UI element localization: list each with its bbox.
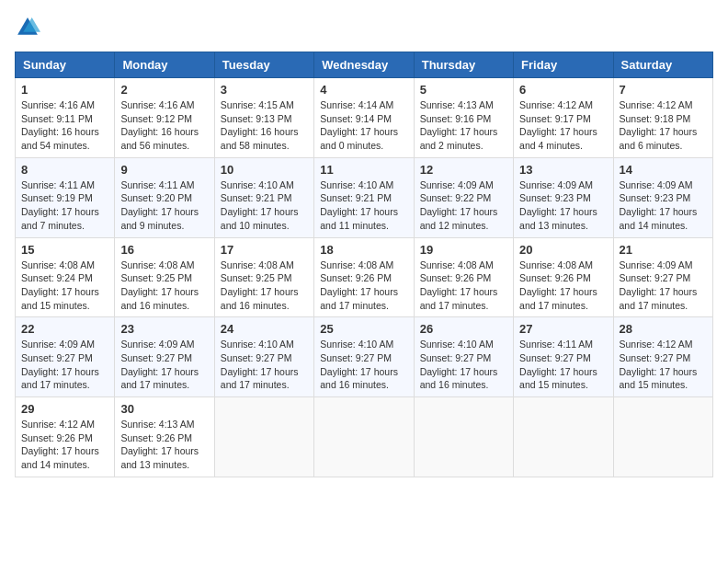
- calendar-day-cell: 1Sunrise: 4:16 AMSunset: 9:11 PMDaylight…: [16, 78, 115, 158]
- calendar-day-cell: 16Sunrise: 4:08 AMSunset: 9:25 PMDayligh…: [115, 237, 214, 317]
- cell-info: Sunrise: 4:08 AMSunset: 9:26 PMDaylight:…: [320, 259, 398, 311]
- day-number: 14: [620, 163, 707, 177]
- cell-info: Sunrise: 4:10 AMSunset: 9:27 PMDaylight:…: [221, 339, 299, 390]
- day-number: 17: [221, 243, 308, 257]
- calendar-day-cell: 24Sunrise: 4:10 AMSunset: 9:27 PMDayligh…: [214, 317, 313, 397]
- cell-info: Sunrise: 4:10 AMSunset: 9:21 PMDaylight:…: [320, 179, 398, 231]
- calendar-week-row: 8Sunrise: 4:11 AMSunset: 9:19 PMDaylight…: [16, 157, 713, 237]
- calendar-day-cell: 29Sunrise: 4:12 AMSunset: 9:26 PMDayligh…: [16, 397, 115, 477]
- column-header-friday: Friday: [514, 52, 613, 78]
- calendar-day-cell: 17Sunrise: 4:08 AMSunset: 9:25 PMDayligh…: [214, 237, 313, 317]
- day-number: 11: [320, 163, 407, 177]
- day-number: 20: [519, 243, 607, 257]
- day-number: 8: [21, 163, 108, 177]
- column-header-tuesday: Tuesday: [214, 52, 313, 78]
- calendar-day-cell: 4Sunrise: 4:14 AMSunset: 9:14 PMDaylight…: [314, 78, 414, 158]
- cell-info: Sunrise: 4:08 AMSunset: 9:26 PMDaylight:…: [519, 259, 597, 311]
- day-number: 5: [420, 83, 507, 97]
- day-number: 22: [21, 322, 108, 336]
- day-number: 24: [221, 322, 308, 336]
- day-number: 18: [320, 243, 407, 257]
- cell-info: Sunrise: 4:10 AMSunset: 9:21 PMDaylight:…: [221, 179, 299, 231]
- day-number: 9: [120, 163, 208, 177]
- day-number: 30: [120, 402, 208, 416]
- calendar-day-cell: 9Sunrise: 4:11 AMSunset: 9:20 PMDaylight…: [115, 157, 214, 237]
- column-header-sunday: Sunday: [16, 52, 115, 78]
- calendar-day-cell: 22Sunrise: 4:09 AMSunset: 9:27 PMDayligh…: [16, 317, 115, 397]
- calendar-day-cell: 14Sunrise: 4:09 AMSunset: 9:23 PMDayligh…: [613, 157, 712, 237]
- cell-info: Sunrise: 4:13 AMSunset: 9:26 PMDaylight:…: [120, 419, 199, 470]
- cell-info: Sunrise: 4:09 AMSunset: 9:22 PMDaylight:…: [420, 179, 498, 231]
- cell-info: Sunrise: 4:09 AMSunset: 9:23 PMDaylight:…: [519, 179, 597, 231]
- day-number: 15: [21, 243, 108, 257]
- empty-calendar-cell: [414, 397, 513, 477]
- cell-info: Sunrise: 4:11 AMSunset: 9:19 PMDaylight:…: [21, 179, 99, 231]
- cell-info: Sunrise: 4:09 AMSunset: 9:27 PMDaylight:…: [120, 339, 199, 390]
- calendar-day-cell: 7Sunrise: 4:12 AMSunset: 9:18 PMDaylight…: [613, 78, 712, 158]
- calendar-day-cell: 20Sunrise: 4:08 AMSunset: 9:26 PMDayligh…: [514, 237, 613, 317]
- column-header-thursday: Thursday: [414, 52, 513, 78]
- cell-info: Sunrise: 4:16 AMSunset: 9:11 PMDaylight:…: [21, 99, 99, 151]
- day-number: 10: [221, 163, 308, 177]
- calendar-day-cell: 11Sunrise: 4:10 AMSunset: 9:21 PMDayligh…: [314, 157, 414, 237]
- day-number: 2: [120, 83, 208, 97]
- cell-info: Sunrise: 4:10 AMSunset: 9:27 PMDaylight:…: [420, 339, 498, 390]
- calendar-header-row: SundayMondayTuesdayWednesdayThursdayFrid…: [16, 52, 713, 78]
- cell-info: Sunrise: 4:08 AMSunset: 9:25 PMDaylight:…: [221, 259, 299, 311]
- cell-info: Sunrise: 4:08 AMSunset: 9:26 PMDaylight:…: [420, 259, 498, 311]
- calendar-day-cell: 6Sunrise: 4:12 AMSunset: 9:17 PMDaylight…: [514, 78, 613, 158]
- cell-info: Sunrise: 4:12 AMSunset: 9:18 PMDaylight:…: [620, 99, 698, 151]
- day-number: 29: [21, 402, 108, 416]
- cell-info: Sunrise: 4:11 AMSunset: 9:20 PMDaylight:…: [120, 179, 199, 231]
- day-number: 4: [320, 83, 407, 97]
- day-number: 16: [120, 243, 208, 257]
- calendar-day-cell: 18Sunrise: 4:08 AMSunset: 9:26 PMDayligh…: [314, 237, 414, 317]
- cell-info: Sunrise: 4:09 AMSunset: 9:27 PMDaylight:…: [21, 339, 99, 390]
- calendar-day-cell: 21Sunrise: 4:09 AMSunset: 9:27 PMDayligh…: [613, 237, 712, 317]
- day-number: 21: [620, 243, 707, 257]
- cell-info: Sunrise: 4:15 AMSunset: 9:13 PMDaylight:…: [221, 99, 299, 151]
- cell-info: Sunrise: 4:11 AMSunset: 9:27 PMDaylight:…: [519, 339, 597, 390]
- calendar-day-cell: 30Sunrise: 4:13 AMSunset: 9:26 PMDayligh…: [115, 397, 214, 477]
- day-number: 27: [519, 322, 607, 336]
- empty-calendar-cell: [314, 397, 414, 477]
- day-number: 1: [21, 83, 108, 97]
- calendar-week-row: 1Sunrise: 4:16 AMSunset: 9:11 PMDaylight…: [16, 78, 713, 158]
- page-header: [15, 15, 713, 40]
- cell-info: Sunrise: 4:10 AMSunset: 9:27 PMDaylight:…: [320, 339, 398, 390]
- cell-info: Sunrise: 4:12 AMSunset: 9:17 PMDaylight:…: [519, 99, 597, 151]
- calendar-day-cell: 2Sunrise: 4:16 AMSunset: 9:12 PMDaylight…: [115, 78, 214, 158]
- calendar-week-row: 22Sunrise: 4:09 AMSunset: 9:27 PMDayligh…: [16, 317, 713, 397]
- day-number: 7: [620, 83, 707, 97]
- calendar-day-cell: 8Sunrise: 4:11 AMSunset: 9:19 PMDaylight…: [16, 157, 115, 237]
- calendar-day-cell: 10Sunrise: 4:10 AMSunset: 9:21 PMDayligh…: [214, 157, 313, 237]
- calendar-day-cell: 26Sunrise: 4:10 AMSunset: 9:27 PMDayligh…: [414, 317, 513, 397]
- day-number: 26: [420, 322, 507, 336]
- column-header-monday: Monday: [115, 52, 214, 78]
- calendar-day-cell: 23Sunrise: 4:09 AMSunset: 9:27 PMDayligh…: [115, 317, 214, 397]
- day-number: 6: [519, 83, 607, 97]
- empty-calendar-cell: [613, 397, 712, 477]
- day-number: 3: [221, 83, 308, 97]
- empty-calendar-cell: [514, 397, 613, 477]
- column-header-wednesday: Wednesday: [314, 52, 414, 78]
- cell-info: Sunrise: 4:14 AMSunset: 9:14 PMDaylight:…: [320, 99, 398, 151]
- cell-info: Sunrise: 4:13 AMSunset: 9:16 PMDaylight:…: [420, 99, 498, 151]
- calendar-table: SundayMondayTuesdayWednesdayThursdayFrid…: [15, 52, 713, 477]
- empty-calendar-cell: [214, 397, 313, 477]
- calendar-day-cell: 13Sunrise: 4:09 AMSunset: 9:23 PMDayligh…: [514, 157, 613, 237]
- calendar-day-cell: 28Sunrise: 4:12 AMSunset: 9:27 PMDayligh…: [613, 317, 712, 397]
- calendar-day-cell: 27Sunrise: 4:11 AMSunset: 9:27 PMDayligh…: [514, 317, 613, 397]
- calendar-week-row: 15Sunrise: 4:08 AMSunset: 9:24 PMDayligh…: [16, 237, 713, 317]
- calendar-day-cell: 12Sunrise: 4:09 AMSunset: 9:22 PMDayligh…: [414, 157, 513, 237]
- day-number: 28: [620, 322, 707, 336]
- day-number: 19: [420, 243, 507, 257]
- cell-info: Sunrise: 4:08 AMSunset: 9:24 PMDaylight:…: [21, 259, 99, 311]
- logo-icon: [15, 15, 40, 40]
- logo: [15, 15, 44, 40]
- day-number: 25: [320, 322, 407, 336]
- cell-info: Sunrise: 4:08 AMSunset: 9:25 PMDaylight:…: [120, 259, 199, 311]
- cell-info: Sunrise: 4:09 AMSunset: 9:27 PMDaylight:…: [620, 259, 698, 311]
- cell-info: Sunrise: 4:12 AMSunset: 9:27 PMDaylight:…: [620, 339, 698, 390]
- cell-info: Sunrise: 4:16 AMSunset: 9:12 PMDaylight:…: [120, 99, 199, 151]
